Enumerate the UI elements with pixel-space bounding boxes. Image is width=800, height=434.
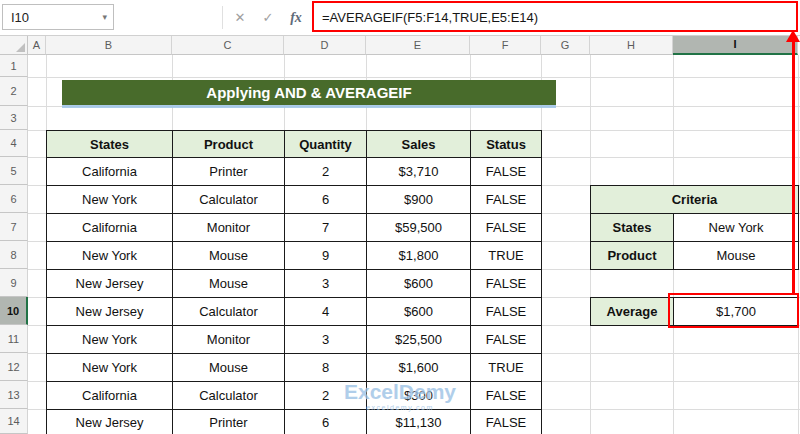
- column-header-F[interactable]: F: [470, 35, 541, 55]
- table-header-states[interactable]: States: [46, 130, 173, 158]
- row-header-8[interactable]: 8: [0, 241, 28, 269]
- column-header-B[interactable]: B: [46, 35, 172, 55]
- row-header-12[interactable]: 12: [0, 353, 28, 381]
- insert-function-icon[interactable]: fx: [284, 0, 308, 35]
- table-header-status[interactable]: Status: [470, 130, 542, 158]
- table-cell[interactable]: $1,600: [366, 353, 471, 382]
- table-header-product[interactable]: Product: [172, 130, 285, 158]
- table-cell[interactable]: New York: [46, 353, 173, 382]
- row-header-7[interactable]: 7: [0, 213, 28, 241]
- table-cell[interactable]: New York: [46, 241, 173, 270]
- table-cell[interactable]: FALSE: [470, 325, 542, 354]
- excel-window: I10 ▾ ✕ ✓ fx =AVERAGEIF(F5:F14,TRUE,E5:E…: [0, 0, 800, 434]
- table-cell[interactable]: Calculator: [172, 297, 285, 326]
- table-cell[interactable]: Mouse: [172, 353, 285, 382]
- row-header-5[interactable]: 5: [0, 157, 28, 185]
- row-header-14[interactable]: 14: [0, 409, 28, 434]
- select-all-button[interactable]: [0, 35, 28, 55]
- row-header-6[interactable]: 6: [0, 185, 28, 213]
- row-header-13[interactable]: 13: [0, 381, 28, 409]
- table-cell[interactable]: $600: [366, 297, 471, 326]
- criteria-value-product[interactable]: Mouse: [673, 241, 799, 270]
- table-cell[interactable]: FALSE: [470, 297, 542, 326]
- average-label[interactable]: Average: [590, 297, 674, 326]
- row-header-1[interactable]: 1: [0, 55, 28, 77]
- table-cell[interactable]: $11,130: [366, 409, 471, 434]
- row-header-11[interactable]: 11: [0, 325, 28, 353]
- table-cell[interactable]: New Jersey: [46, 409, 173, 434]
- criteria-label-states[interactable]: States: [590, 213, 674, 242]
- formula-bar-divider: [222, 6, 223, 29]
- formula-bar: I10 ▾ ✕ ✓ fx =AVERAGEIF(F5:F14,TRUE,E5:E…: [0, 0, 800, 36]
- table-cell[interactable]: New York: [46, 185, 173, 214]
- table-cell[interactable]: $300: [366, 381, 471, 410]
- table-cell[interactable]: 2: [284, 157, 367, 186]
- row-header-4[interactable]: 4: [0, 130, 28, 157]
- table-cell[interactable]: FALSE: [470, 269, 542, 298]
- column-header-A[interactable]: A: [28, 35, 46, 55]
- criteria-label-product[interactable]: Product: [590, 241, 674, 270]
- criteria-title[interactable]: Criteria: [590, 185, 799, 214]
- table-cell[interactable]: New Jersey: [46, 269, 173, 298]
- table-cell[interactable]: Printer: [172, 409, 285, 434]
- table-cell[interactable]: California: [46, 213, 173, 242]
- table-cell[interactable]: FALSE: [470, 409, 542, 434]
- table-cell[interactable]: 3: [284, 325, 367, 354]
- select-all-triangle-icon: [16, 43, 25, 52]
- table-cell[interactable]: Mouse: [172, 241, 285, 270]
- cancel-icon[interactable]: ✕: [228, 0, 252, 35]
- average-result-cell[interactable]: $1,700: [673, 297, 799, 326]
- table-cell[interactable]: Calculator: [172, 185, 285, 214]
- table-header-sales[interactable]: Sales: [366, 130, 471, 158]
- table-cell[interactable]: Printer: [172, 157, 285, 186]
- table-cell[interactable]: 3: [284, 269, 367, 298]
- table-cell[interactable]: TRUE: [470, 241, 542, 270]
- table-cell[interactable]: 9: [284, 241, 367, 270]
- table-cell[interactable]: Monitor: [172, 213, 285, 242]
- column-header-D[interactable]: D: [284, 35, 366, 55]
- table-cell[interactable]: FALSE: [470, 213, 542, 242]
- table-cell[interactable]: $900: [366, 185, 471, 214]
- criteria-value-states[interactable]: New York: [673, 213, 799, 242]
- name-box[interactable]: I10 ▾: [2, 4, 114, 30]
- table-cell[interactable]: Monitor: [172, 325, 285, 354]
- table-cell[interactable]: FALSE: [470, 381, 542, 410]
- table-cell[interactable]: 6: [284, 185, 367, 214]
- table-cell[interactable]: $600: [366, 269, 471, 298]
- row-header-9[interactable]: 9: [0, 269, 28, 297]
- name-box-value: I10: [11, 10, 29, 25]
- table-cell[interactable]: California: [46, 157, 173, 186]
- table-cell[interactable]: California: [46, 381, 173, 410]
- table-header-quantity[interactable]: Quantity: [284, 130, 367, 158]
- table-cell[interactable]: $1,800: [366, 241, 471, 270]
- table-cell[interactable]: New York: [46, 325, 173, 354]
- table-cell[interactable]: FALSE: [470, 157, 542, 186]
- column-header-I[interactable]: I: [673, 35, 798, 55]
- table-cell[interactable]: TRUE: [470, 353, 542, 382]
- title-banner: Applying AND & AVERAGEIF: [62, 80, 556, 105]
- table-cell[interactable]: 8: [284, 353, 367, 382]
- gridline-horizontal: [28, 106, 800, 107]
- column-header-E[interactable]: E: [366, 35, 470, 55]
- table-cell[interactable]: Mouse: [172, 269, 285, 298]
- table-cell[interactable]: 2: [284, 381, 367, 410]
- formula-text: =AVERAGEIF(F5:F14,TRUE,E5:E14): [322, 10, 538, 25]
- table-cell[interactable]: New Jersey: [46, 297, 173, 326]
- formula-input[interactable]: =AVERAGEIF(F5:F14,TRUE,E5:E14): [322, 0, 796, 34]
- table-cell[interactable]: Calculator: [172, 381, 285, 410]
- enter-icon[interactable]: ✓: [256, 0, 280, 35]
- table-cell[interactable]: FALSE: [470, 185, 542, 214]
- table-cell[interactable]: $59,500: [366, 213, 471, 242]
- row-header-10[interactable]: 10: [0, 297, 28, 325]
- row-header-2[interactable]: 2: [0, 77, 28, 106]
- table-cell[interactable]: $3,710: [366, 157, 471, 186]
- column-header-H[interactable]: H: [590, 35, 673, 55]
- column-header-G[interactable]: G: [541, 35, 590, 55]
- table-cell[interactable]: 6: [284, 409, 367, 434]
- table-cell[interactable]: 7: [284, 213, 367, 242]
- row-header-3[interactable]: 3: [0, 106, 28, 130]
- name-box-dropdown-icon[interactable]: ▾: [102, 13, 107, 22]
- table-cell[interactable]: $25,500: [366, 325, 471, 354]
- column-header-C[interactable]: C: [172, 35, 284, 55]
- table-cell[interactable]: 4: [284, 297, 367, 326]
